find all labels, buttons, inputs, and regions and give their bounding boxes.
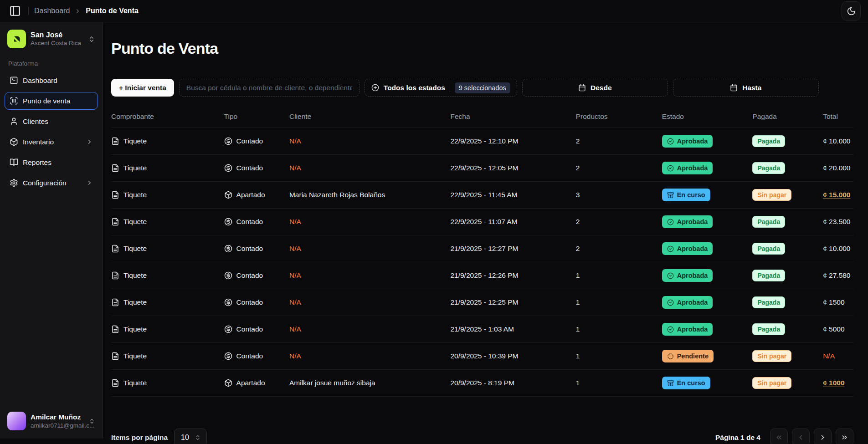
cliente-value: Amilkar josue muñoz sibaja xyxy=(289,379,375,387)
chevron-left-icon xyxy=(797,434,805,441)
breadcrumb-dashboard-link[interactable]: Dashboard xyxy=(34,7,70,15)
file-text-icon xyxy=(111,352,119,360)
fecha-cell: 22/9/2025 - 12:05 PM xyxy=(450,155,575,182)
pagada-cell: Sin pagar xyxy=(752,370,823,397)
chevrons-right-icon xyxy=(841,434,848,441)
fecha-cell: 21/9/2025 - 12:27 PM xyxy=(450,235,575,262)
cliente-value: N/A xyxy=(289,137,301,145)
table-row[interactable]: Tiquete Contado N/A 21/9/2025 - 1:03 AM … xyxy=(111,316,853,343)
estado-badge: Aprobada xyxy=(662,162,713,174)
sidebar-item-configuracion[interactable]: Configuración xyxy=(5,174,98,192)
filters-bar: + Iniciar venta Todos los estados 9 sele… xyxy=(111,79,853,97)
circle-check-icon xyxy=(667,219,674,225)
table-row[interactable]: Tiquete Contado N/A 20/9/2025 - 10:39 PM… xyxy=(111,343,853,370)
sidebar: San José Ascent Costa Rica Plataforma Da… xyxy=(0,22,103,439)
table-header-row: Comprobante Tipo Cliente Fecha Productos… xyxy=(111,107,853,128)
total-link[interactable]: ¢ 15.000 xyxy=(823,191,850,199)
comprobante-value: Tiquete xyxy=(123,298,147,306)
sidebar-toggle-button[interactable] xyxy=(7,3,23,19)
sidebar-item-dashboard[interactable]: Dashboard xyxy=(5,71,98,89)
total-link[interactable]: ¢ 1000 xyxy=(823,379,844,387)
sidebar-item-inventario[interactable]: Inventario xyxy=(5,133,98,151)
circle-dollar-icon xyxy=(224,325,232,333)
circle-dollar-icon xyxy=(224,137,232,145)
estado-cell: Pendiente xyxy=(662,343,753,370)
package-icon xyxy=(224,379,232,387)
pagada-badge: Pagada xyxy=(752,323,785,335)
cliente-cell: N/A xyxy=(289,209,450,235)
comprobante-value: Tiquete xyxy=(123,137,147,145)
pagada-badge: Pagada xyxy=(752,296,785,308)
search-input[interactable] xyxy=(179,79,360,97)
page-title: Punto de Venta xyxy=(111,40,853,57)
cliente-cell: N/A xyxy=(289,343,450,370)
circle-check-icon xyxy=(667,272,674,279)
estado-cell: Aprobada xyxy=(662,289,753,316)
cliente-cell: Amilkar josue muñoz sibaja xyxy=(289,370,450,397)
fecha-value: 21/9/2025 - 12:27 PM xyxy=(450,245,518,252)
sidebar-item-reportes[interactable]: Reportes xyxy=(5,153,98,171)
pagada-badge: Pagada xyxy=(752,135,785,147)
sidebar-section-label: Plataforma xyxy=(5,51,98,71)
team-logo xyxy=(7,30,26,48)
user-menu[interactable]: Amilcar Muñoz amilkar0711@gmail.c... xyxy=(5,408,98,434)
sidebar-item-clientes[interactable]: Clientes xyxy=(5,112,98,130)
cliente-value: N/A xyxy=(289,164,301,172)
comprobante-cell: Tiquete xyxy=(111,370,224,397)
team-switcher[interactable]: San José Ascent Costa Rica xyxy=(5,27,98,51)
table-row[interactable]: Tiquete Contado N/A 21/9/2025 - 12:26 PM… xyxy=(111,262,853,289)
col-cliente: Cliente xyxy=(289,107,450,128)
table-row[interactable]: Tiquete Contado N/A 22/9/2025 - 11:07 AM… xyxy=(111,209,853,235)
avatar xyxy=(7,412,26,430)
estado-cell: Aprobada xyxy=(662,155,753,182)
next-page-button[interactable] xyxy=(814,429,832,444)
estado-badge: En curso xyxy=(662,189,710,201)
fecha-value: 22/9/2025 - 11:45 AM xyxy=(450,191,517,199)
total-cell: ¢ 15.000 xyxy=(823,182,853,209)
cliente-value: N/A xyxy=(289,352,301,360)
table-row[interactable]: Tiquete Contado N/A 21/9/2025 - 12:27 PM… xyxy=(111,235,853,262)
dashed-circle-icon xyxy=(667,353,674,360)
items-per-page-select[interactable]: 10 xyxy=(174,429,207,444)
start-sale-button[interactable]: + Iniciar venta xyxy=(111,79,174,97)
productos-cell: 1 xyxy=(576,343,662,370)
breadcrumb-current-page: Punto de Venta xyxy=(86,7,139,15)
pagada-cell: Pagada xyxy=(752,289,823,316)
total-cell: ¢ 10.000 xyxy=(823,128,853,155)
first-page-button[interactable] xyxy=(770,429,788,444)
divider xyxy=(450,84,450,92)
table-row[interactable]: Tiquete Apartado Amilkar josue muñoz sib… xyxy=(111,370,853,397)
tipo-value: Apartado xyxy=(236,191,265,199)
tipo-cell: Apartado xyxy=(224,370,289,397)
fecha-cell: 22/9/2025 - 11:45 AM xyxy=(450,182,575,209)
comprobante-value: Tiquete xyxy=(123,379,147,387)
productos-value: 1 xyxy=(576,298,580,306)
cliente-cell: N/A xyxy=(289,316,450,343)
table-row[interactable]: Tiquete Contado N/A 22/9/2025 - 12:10 PM… xyxy=(111,128,853,155)
date-to-button[interactable]: Hasta xyxy=(673,79,819,97)
comprobante-cell: Tiquete xyxy=(111,316,224,343)
table-row[interactable]: Tiquete Contado N/A 21/9/2025 - 12:25 PM… xyxy=(111,289,853,316)
team-texts: San José Ascent Costa Rica xyxy=(31,31,81,47)
date-from-button[interactable]: Desde xyxy=(522,79,668,97)
total-cell: ¢ 1000 xyxy=(823,370,853,397)
total-value: ¢ 20.000 xyxy=(823,164,850,172)
table-row[interactable]: Tiquete Contado N/A 22/9/2025 - 12:05 PM… xyxy=(111,155,853,182)
cliente-cell: N/A xyxy=(289,289,450,316)
table-row[interactable]: Tiquete Apartado Maria Nazareth Rojas Bo… xyxy=(111,182,853,209)
states-filter-button[interactable]: Todos los estados 9 seleccionados xyxy=(365,79,517,97)
total-cell: N/A xyxy=(823,343,853,370)
last-page-button[interactable] xyxy=(836,429,853,444)
sidebar-item-punto-de-venta[interactable]: Punto de venta xyxy=(5,92,98,110)
page-status: Página 1 de 4 xyxy=(715,434,760,442)
tipo-value: Contado xyxy=(236,325,263,333)
user-name: Amilcar Muñoz xyxy=(31,413,84,422)
total-cell: ¢ 1500 xyxy=(823,289,853,316)
circle-dollar-icon xyxy=(224,298,232,306)
comprobante-cell: Tiquete xyxy=(111,235,224,262)
tipo-value: Contado xyxy=(236,164,263,172)
cliente-value: N/A xyxy=(289,245,301,252)
cliente-cell: N/A xyxy=(289,235,450,262)
previous-page-button[interactable] xyxy=(792,429,810,444)
dark-mode-toggle-button[interactable] xyxy=(842,1,861,20)
